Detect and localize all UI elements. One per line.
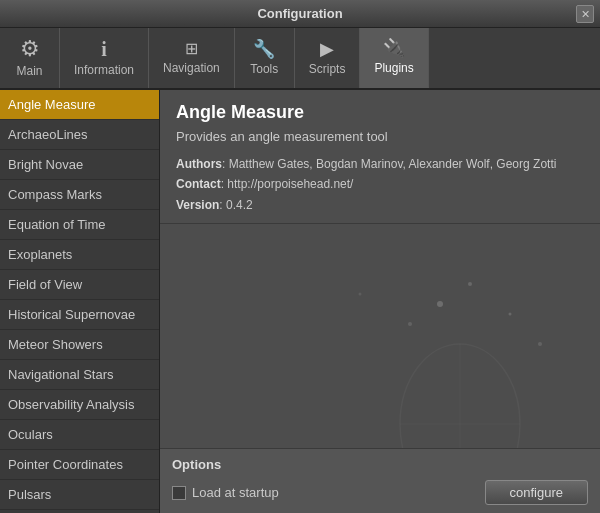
plugin-title: Angle Measure [176, 102, 584, 123]
title-bar: Configuration ✕ [0, 0, 600, 28]
main-content: Angle Measure ArchaeoLines Bright Novae … [0, 90, 600, 513]
tab-information-label: Information [74, 63, 134, 77]
sidebar-item-historical-supernovae[interactable]: Historical Supernovae [0, 300, 159, 330]
plugin-contact: Contact: http://porpoisehead.net/ [176, 174, 584, 194]
svg-point-3 [509, 313, 512, 316]
svg-point-4 [359, 293, 362, 296]
window-title: Configuration [257, 6, 342, 21]
sidebar-item-observability-analysis[interactable]: Observability Analysis [0, 390, 159, 420]
contact-label: Contact [176, 177, 221, 191]
sidebar-item-angle-measure[interactable]: Angle Measure [0, 90, 159, 120]
sidebar-item-field-of-view[interactable]: Field of View [0, 270, 159, 300]
tab-information[interactable]: i Information [60, 28, 149, 88]
plugin-description: Provides an angle measurement tool [176, 129, 584, 144]
sidebar-item-navigational-stars[interactable]: Navigational Stars [0, 360, 159, 390]
tab-tools-label: Tools [250, 62, 278, 76]
sidebar-item-pulsars[interactable]: Pulsars [0, 480, 159, 510]
tab-main[interactable]: ⚙ Main [0, 28, 60, 88]
options-row: Load at startup configure [172, 480, 588, 505]
authors-label: Authors [176, 157, 222, 171]
tab-main-label: Main [16, 64, 42, 78]
sidebar-item-compass-marks[interactable]: Compass Marks [0, 180, 159, 210]
tab-scripts[interactable]: ▶ Scripts [295, 28, 361, 88]
background-visualization [160, 224, 600, 448]
star-graphic [160, 224, 600, 448]
sidebar-item-meteor-showers[interactable]: Meteor Showers [0, 330, 159, 360]
sidebar-item-oculars[interactable]: Oculars [0, 420, 159, 450]
plugin-authors: Authors: Matthew Gates, Bogdan Marinov, … [176, 154, 584, 174]
version-value: : 0.4.2 [219, 198, 252, 212]
plugin-meta: Authors: Matthew Gates, Bogdan Marinov, … [176, 154, 584, 215]
scripts-icon: ▶ [320, 40, 334, 58]
plugin-header: Angle Measure Provides an angle measurem… [160, 90, 600, 224]
plugin-version: Version: 0.4.2 [176, 195, 584, 215]
navigation-icon: ⊞ [185, 41, 198, 57]
tab-plugins[interactable]: 🔌 Plugins [360, 28, 428, 88]
svg-point-5 [538, 342, 542, 346]
sidebar-item-pointer-coordinates[interactable]: Pointer Coordinates [0, 450, 159, 480]
plugins-icon: 🔌 [383, 39, 405, 57]
sidebar-item-archaeolines[interactable]: ArchaeoLines [0, 120, 159, 150]
options-bar: Options Load at startup configure [160, 448, 600, 513]
sidebar-item-equation-of-time[interactable]: Equation of Time [0, 210, 159, 240]
tab-navigation-label: Navigation [163, 61, 220, 75]
tab-tools[interactable]: 🔧 Tools [235, 28, 295, 88]
tools-icon: 🔧 [253, 40, 275, 58]
load-startup-text: Load at startup [192, 485, 279, 500]
sidebar-item-exoplanets[interactable]: Exoplanets [0, 240, 159, 270]
contact-value: : http://porpoisehead.net/ [221, 177, 354, 191]
version-label: Version [176, 198, 219, 212]
svg-point-0 [437, 301, 443, 307]
svg-point-1 [468, 282, 472, 286]
close-button[interactable]: ✕ [576, 5, 594, 23]
tab-bar: ⚙ Main i Information ⊞ Navigation 🔧 Tool… [0, 28, 600, 90]
configure-button[interactable]: configure [485, 480, 588, 505]
tab-navigation[interactable]: ⊞ Navigation [149, 28, 235, 88]
load-startup-label[interactable]: Load at startup [172, 485, 473, 500]
options-title: Options [172, 457, 588, 472]
sidebar-item-bright-novae[interactable]: Bright Novae [0, 150, 159, 180]
information-icon: i [101, 39, 107, 59]
detail-panel: Angle Measure Provides an angle measurem… [160, 90, 600, 513]
authors-value: : Matthew Gates, Bogdan Marinov, Alexand… [222, 157, 556, 171]
tab-scripts-label: Scripts [309, 62, 346, 76]
load-startup-checkbox[interactable] [172, 486, 186, 500]
svg-point-2 [408, 322, 412, 326]
tab-plugins-label: Plugins [374, 61, 413, 75]
main-icon: ⚙ [20, 38, 40, 60]
sidebar: Angle Measure ArchaeoLines Bright Novae … [0, 90, 160, 513]
